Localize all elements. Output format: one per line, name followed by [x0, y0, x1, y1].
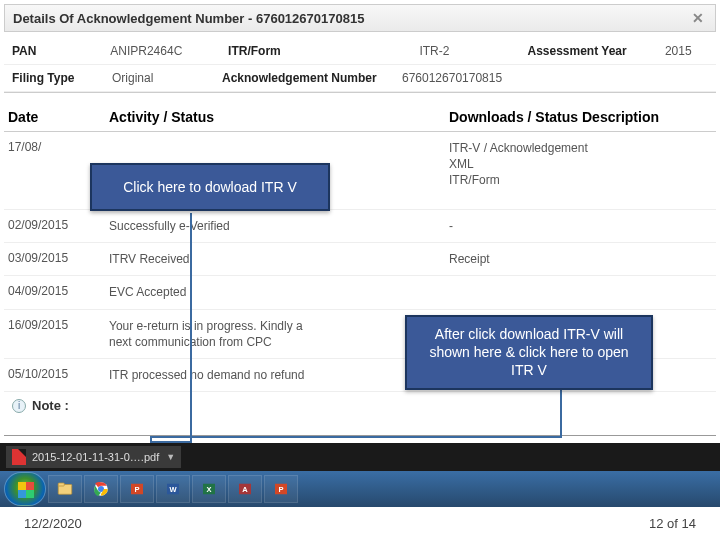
pan-label: PAN [4, 38, 102, 65]
cell-downloads[interactable]: ITR-V / Acknowledgement XML ITR/Form [449, 140, 716, 201]
start-button[interactable] [4, 472, 46, 506]
excel-icon[interactable]: X [192, 475, 226, 503]
svg-text:A: A [242, 485, 248, 494]
svg-text:P: P [278, 485, 283, 494]
cell-downloads[interactable]: Receipt [449, 251, 716, 267]
col-downloads: Downloads / Status Description [449, 109, 716, 125]
dialog-header: Details Of Acknowledgement Number - 6760… [4, 4, 716, 32]
pdf-icon [12, 449, 26, 465]
access-icon[interactable]: A [228, 475, 262, 503]
cell-date: 02/09/2015 [4, 218, 109, 234]
cell-date: 03/09/2015 [4, 251, 109, 267]
table-row: 04/09/2015 EVC Accepted [4, 276, 716, 309]
cell-date: 16/09/2015 [4, 318, 109, 350]
footer-date: 12/2/2020 [24, 516, 82, 531]
download-filename: 2015-12-01-11-31-0….pdf [32, 451, 159, 463]
filing-value: Original [104, 65, 214, 92]
itrform-value: ITR-2 [411, 38, 519, 65]
connector-line [150, 436, 152, 443]
table-row: 03/09/2015 ITRV Received Receipt [4, 243, 716, 276]
cell-activity: ITR processed no demand no refund [109, 367, 449, 383]
slide-footer: 12/2/2020 12 of 14 [0, 507, 720, 540]
connector-line [190, 213, 192, 443]
info-icon: i [12, 399, 26, 413]
powerpoint-running-icon[interactable]: P [264, 475, 298, 503]
pan-value: ANIPR2464C [102, 38, 220, 65]
note-label: Note : [32, 398, 69, 413]
col-date: Date [4, 109, 109, 125]
taskbar: P W X A P [0, 471, 720, 507]
close-icon[interactable]: ✕ [689, 9, 707, 27]
footer-page: 12 of 14 [649, 516, 696, 531]
ay-value: 2015 [657, 38, 716, 65]
ay-label: Assessment Year [519, 38, 656, 65]
filing-label: Filing Type [4, 65, 104, 92]
svg-text:P: P [134, 485, 139, 494]
connector-line [150, 436, 562, 438]
callout-download-itrv[interactable]: Click here to dowload ITR V [90, 163, 330, 211]
table-row: 02/09/2015 Successfully e-Verified - [4, 210, 716, 243]
cell-activity: Your e-return is in progress. Kindly a n… [109, 318, 449, 350]
cell-date: 05/10/2015 [4, 367, 109, 383]
chevron-down-icon[interactable]: ▼ [166, 452, 175, 462]
svg-rect-1 [58, 483, 64, 486]
download-strip: 2015-12-01-11-31-0….pdf ▼ [0, 443, 720, 471]
cell-downloads [449, 284, 716, 300]
itrform-label: ITR/Form [220, 38, 411, 65]
chrome-icon[interactable] [84, 475, 118, 503]
word-icon[interactable]: W [156, 475, 190, 503]
svg-text:W: W [169, 485, 177, 494]
cell-activity: Successfully e-Verified [109, 218, 449, 234]
data-header: Date Activity / Status Downloads / Statu… [4, 103, 716, 132]
cell-activity: ITRV Received [109, 251, 449, 267]
explorer-icon[interactable] [48, 475, 82, 503]
download-chip[interactable]: 2015-12-01-11-31-0….pdf ▼ [6, 446, 181, 468]
ack-value: 676012670170815 [394, 65, 716, 92]
svg-text:X: X [206, 485, 211, 494]
cell-date: 04/09/2015 [4, 284, 109, 300]
cell-activity: EVC Accepted [109, 284, 449, 300]
note-bar: i Note : [4, 392, 716, 419]
callout-open-itrv: After click download ITR-V will shown he… [405, 315, 653, 390]
dialog-title: Details Of Acknowledgement Number - 6760… [13, 11, 364, 26]
powerpoint-icon[interactable]: P [120, 475, 154, 503]
cell-downloads: - [449, 218, 716, 234]
info-grid: PAN ANIPR2464C ITR/Form ITR-2 Assessment… [4, 38, 716, 93]
col-activity: Activity / Status [109, 109, 449, 125]
ack-label: Acknowledgement Number [214, 65, 394, 92]
